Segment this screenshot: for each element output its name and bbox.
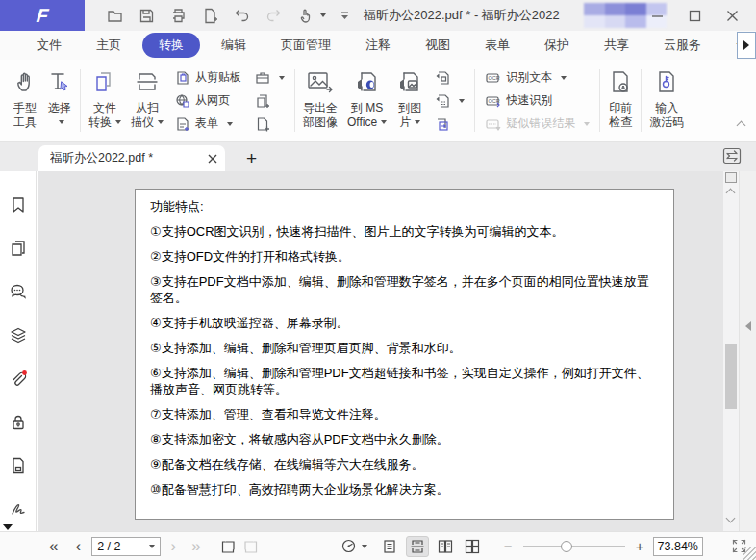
to-image-icon [396,69,423,94]
swap-panels-button[interactable] [721,145,743,169]
close-button[interactable] [726,10,739,22]
to-ms-office-button[interactable]: 到 MSOffice [342,60,391,141]
redo-button[interactable] [265,7,283,25]
attachments-panel-button[interactable] [0,357,37,400]
new-document-button[interactable] [201,7,219,25]
single-page-view-button[interactable] [379,537,400,556]
to-text-caret [459,99,465,103]
main-area: 功能特点: ①支持OCR图文识别，快速将扫描件、图片上的文字转换为可编辑的文本。… [0,171,756,531]
tab-cloud-service[interactable]: 云服务 [650,33,715,58]
touch-mode-icon [296,7,315,25]
pages-panel-button[interactable] [0,226,37,269]
activation-key-icon [654,69,679,94]
activation-code-button[interactable]: 输入激活码 [644,60,689,141]
from-clipboard-button[interactable]: 从剪贴板 [175,67,241,88]
paperclip-icon [8,369,29,390]
to-image-button[interactable]: 到图片 [391,60,428,141]
comments-icon [9,282,28,301]
portfolio-button[interactable] [255,67,285,88]
destinations-panel-button[interactable] [0,445,37,488]
pages-icon [9,239,28,258]
continuous-view-button[interactable] [406,536,429,557]
zoom-percent-input[interactable]: 73.84% [653,537,703,556]
bookmarks-panel-button[interactable] [0,183,37,226]
portfolio-caret [279,76,285,80]
select-tool-button[interactable]: 选择 [42,60,77,141]
blank-page-button[interactable] [255,114,285,134]
expand-right-panel-handle[interactable] [745,321,751,331]
foxit-logo[interactable]: F [0,0,85,31]
security-panel-button[interactable] [0,400,37,444]
recognize-text-button[interactable]: OCR 识别文本 [485,67,590,88]
close-tab-icon[interactable] [208,154,217,164]
page-dots-icon [435,93,450,109]
zoom-out-button[interactable]: − [499,539,517,553]
tab-comment[interactable]: 注释 [352,33,404,58]
tab-protect[interactable]: 保护 [531,33,583,58]
tab-page-management[interactable]: 页面管理 [267,33,344,58]
quick-recognize-button[interactable]: OCR 快速识别 [485,90,590,111]
document-tab[interactable]: 福昕办公2022.pdf * [38,145,225,171]
scrollbar-split-box[interactable] [725,172,737,183]
zoom-in-button[interactable]: + [631,539,649,553]
touch-mode-button[interactable] [296,7,326,25]
first-page-button[interactable]: « [44,538,63,554]
tab-file[interactable]: 文件 [23,33,75,58]
tab-view[interactable]: 视图 [412,33,464,58]
scroll-up-arrow[interactable] [726,189,736,198]
ocr-group: OCR 识别文本 OCR 快速识别 疑似错误结果 [478,60,596,141]
comments-panel-button[interactable] [0,270,37,314]
tab-edit[interactable]: 编辑 [208,33,260,58]
print-button[interactable] [169,7,188,25]
minimize-button[interactable] [651,10,664,22]
document-view[interactable]: 功能特点: ①支持OCR图文识别，快速将扫描件、图片上的文字转换为可编辑的文本。… [38,171,723,531]
hand-tool-button[interactable]: 手型工具 [8,60,42,141]
view-rotate-button[interactable] [340,538,367,554]
touch-mode-caret [320,13,326,17]
layers-icon [9,325,28,344]
continuous-facing-view-button[interactable] [462,537,483,556]
undo-button[interactable] [233,7,251,25]
preflight-button[interactable]: 印前检查 [603,60,638,141]
tab-home[interactable]: 主页 [83,33,135,58]
scroll-down-arrow[interactable] [726,514,736,523]
form-button[interactable]: 表单 [175,114,241,134]
page-number-box[interactable]: 2 / 2 [91,537,160,556]
to-text-button[interactable] [435,90,465,111]
maximize-button[interactable] [689,10,701,22]
tab-form[interactable]: 表单 [471,33,523,58]
to-other-format-button[interactable] [435,67,465,88]
tab-share[interactable]: 共享 [591,33,643,58]
open-file-button[interactable] [106,7,124,25]
ribbon-tab-bar: 文件 主页 转换 编辑 页面管理 注释 视图 表单 保护 共享 云服务 云会议 … [0,31,756,60]
ribbon-collapse-button[interactable] [738,117,744,132]
next-page-button[interactable]: › [166,538,182,554]
facing-view-button[interactable] [435,537,456,556]
customize-toolbar-button[interactable] [340,11,350,21]
scrollbar-thumb[interactable] [725,344,737,409]
file-convert-button[interactable]: 文件转换 [84,60,126,141]
tab-scroll-right-button[interactable] [737,32,756,59]
page-field-icon [9,456,28,475]
export-all-images-button[interactable]: 导出全部图像 [298,60,342,141]
previous-view-button[interactable] [219,538,237,555]
last-page-button[interactable]: » [187,538,205,554]
previous-page-button[interactable]: ‹ [70,538,86,554]
from-scanner-button[interactable]: 从扫描仪 [126,60,168,141]
zoom-slider-thumb[interactable] [561,541,572,552]
to-ms-office-caret [381,120,387,124]
panel-overflow-indicator[interactable] [3,524,13,530]
page-add-icon [255,116,270,132]
zoom-slider[interactable] [523,546,625,547]
combine-files-button[interactable] [255,90,285,111]
vertical-scrollbar[interactable] [723,171,739,531]
from-web-button[interactable]: 从网页 [175,90,241,111]
save-button[interactable] [138,7,156,25]
new-tab-button[interactable]: + [240,146,263,171]
window-resize-grip[interactable] [743,547,756,560]
tab-convert[interactable]: 转换 [142,33,200,58]
from-scanner-caret [158,120,164,124]
select-caret [59,120,64,124]
swap-pages-button[interactable] [435,114,465,134]
layers-panel-button[interactable] [0,314,37,357]
